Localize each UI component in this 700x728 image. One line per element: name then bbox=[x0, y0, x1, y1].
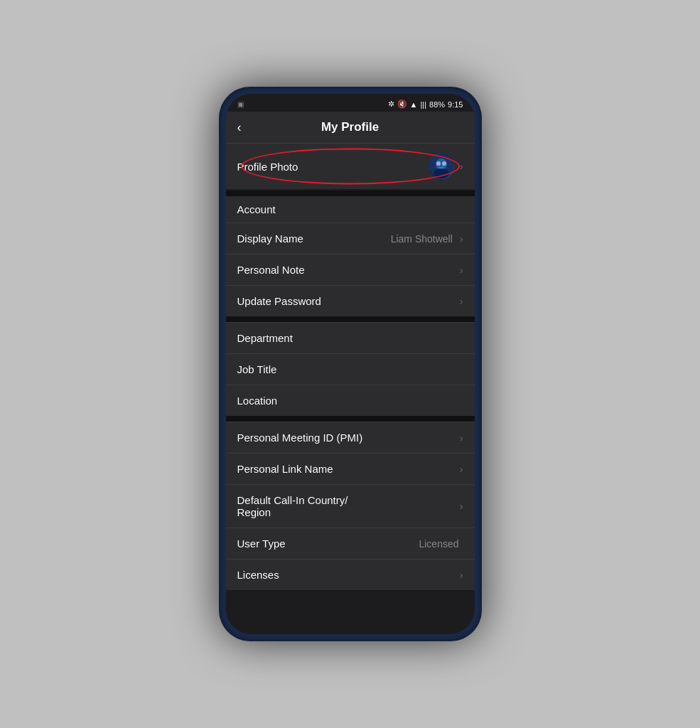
job-title-label: Job Title bbox=[237, 363, 277, 375]
gap-3 bbox=[226, 416, 475, 422]
personal-note-right: › bbox=[460, 264, 463, 276]
user-type-value: Licensed bbox=[419, 538, 458, 550]
phone-frame: ▣ ✲ 🔇 ▲ ||| 88% 9:15 ‹ My Profile Profil… bbox=[219, 87, 482, 641]
display-name-value: Liam Shotwell bbox=[391, 233, 453, 245]
personal-link-right: › bbox=[460, 464, 463, 475]
avatar-svg bbox=[429, 154, 453, 178]
header: ‹ My Profile bbox=[226, 112, 475, 144]
page-title: My Profile bbox=[321, 120, 379, 134]
display-name-right: Liam Shotwell › bbox=[391, 233, 463, 245]
licenses-right: › bbox=[460, 569, 463, 581]
display-name-chevron: › bbox=[460, 233, 463, 245]
display-name-label: Display Name bbox=[237, 232, 303, 245]
callin-country-chevron: › bbox=[460, 500, 463, 512]
callin-country-label: Default Call-In Country/Region bbox=[237, 494, 348, 518]
battery-level: 88% bbox=[429, 100, 445, 109]
bluetooth-icon: ✲ bbox=[388, 100, 394, 109]
display-name-row[interactable]: Display Name Liam Shotwell › bbox=[226, 223, 475, 254]
callin-country-right: › bbox=[460, 500, 463, 512]
gap-1 bbox=[226, 191, 475, 196]
avatar-image bbox=[429, 154, 454, 179]
user-type-label: User Type bbox=[237, 537, 286, 550]
personal-note-label: Personal Note bbox=[237, 264, 305, 276]
wifi-icon: ▲ bbox=[410, 100, 418, 109]
update-password-chevron: › bbox=[460, 296, 463, 307]
svg-point-3 bbox=[436, 161, 441, 166]
location-row[interactable]: Location bbox=[226, 385, 475, 416]
personal-link-chevron: › bbox=[460, 464, 463, 475]
gap-2 bbox=[226, 316, 475, 322]
update-password-row[interactable]: Update Password › bbox=[226, 285, 475, 316]
pmi-right: › bbox=[460, 432, 463, 444]
licenses-chevron: › bbox=[460, 569, 463, 581]
user-type-row: User Type Licensed bbox=[226, 528, 475, 559]
status-left-icons: ▣ bbox=[237, 100, 244, 108]
back-button[interactable]: ‹ bbox=[237, 120, 242, 135]
pmi-label: Personal Meeting ID (PMI) bbox=[237, 432, 363, 444]
personal-link-label: Personal Link Name bbox=[237, 463, 333, 475]
account-header: Account bbox=[226, 196, 475, 223]
time: 9:15 bbox=[448, 100, 463, 109]
department-label: Department bbox=[237, 332, 293, 344]
department-row[interactable]: Department bbox=[226, 322, 475, 353]
phone-screen: ▣ ✲ 🔇 ▲ ||| 88% 9:15 ‹ My Profile Profil… bbox=[226, 94, 475, 634]
profile-photo-label: Profile Photo bbox=[237, 161, 298, 173]
profile-photo-right: › bbox=[429, 154, 463, 179]
location-label: Location bbox=[237, 395, 278, 407]
status-bar: ▣ ✲ 🔇 ▲ ||| 88% 9:15 bbox=[226, 94, 475, 112]
job-title-row[interactable]: Job Title bbox=[226, 353, 475, 385]
personal-note-chevron: › bbox=[460, 264, 463, 276]
status-right-info: ✲ 🔇 ▲ ||| 88% 9:15 bbox=[388, 100, 463, 109]
licenses-row[interactable]: Licenses › bbox=[226, 559, 475, 590]
pmi-row[interactable]: Personal Meeting ID (PMI) › bbox=[226, 422, 475, 453]
licenses-label: Licenses bbox=[237, 569, 279, 581]
scroll-content[interactable]: Profile Photo bbox=[226, 144, 475, 634]
avatar bbox=[429, 154, 454, 179]
signal-icon: ||| bbox=[420, 100, 426, 109]
update-password-right: › bbox=[460, 296, 463, 307]
personal-note-row[interactable]: Personal Note › bbox=[226, 254, 475, 285]
update-password-label: Update Password bbox=[237, 295, 321, 307]
mute-icon: 🔇 bbox=[397, 100, 407, 109]
callin-country-row[interactable]: Default Call-In Country/Region › bbox=[226, 484, 475, 528]
svg-point-2 bbox=[434, 168, 449, 178]
profile-photo-row[interactable]: Profile Photo bbox=[226, 144, 475, 189]
personal-link-row[interactable]: Personal Link Name › bbox=[226, 453, 475, 484]
profile-photo-chevron: › bbox=[460, 161, 463, 172]
pmi-chevron: › bbox=[460, 432, 463, 444]
svg-point-4 bbox=[442, 161, 446, 166]
